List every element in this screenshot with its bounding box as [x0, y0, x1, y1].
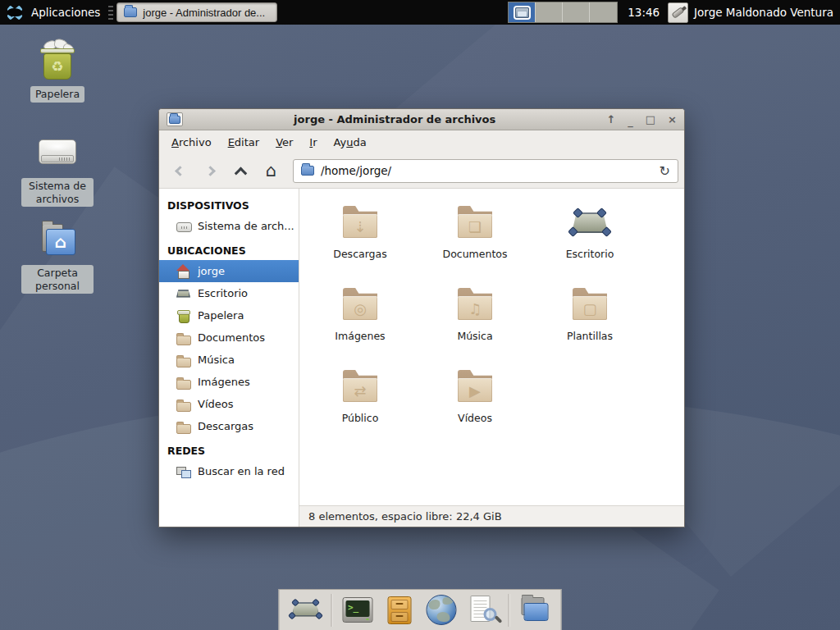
chevron-right-icon: [205, 166, 216, 176]
username-label[interactable]: Jorge Maldonado Ventura: [694, 6, 833, 19]
desktop-icon-label: Papelera: [30, 86, 84, 103]
path-bar[interactable]: /home/jorge/ ↻: [293, 159, 678, 183]
up-button[interactable]: [226, 158, 256, 184]
applications-menu-button[interactable]: Aplicaciones: [0, 0, 108, 25]
forward-button[interactable]: [195, 158, 226, 184]
file-item-descargas[interactable]: ⇣ Descargas: [303, 199, 418, 281]
folder-icon: [176, 376, 190, 389]
dock-separator: [331, 594, 332, 627]
shade-button[interactable]: ↑: [606, 114, 615, 125]
file-manager-launcher[interactable]: [518, 594, 551, 627]
workspace-3[interactable]: [563, 2, 590, 22]
dock: >_: [279, 589, 562, 630]
sidebar-item-jorge[interactable]: jorge: [159, 260, 299, 282]
dock-separator: [509, 594, 509, 627]
terminal-launcher[interactable]: >_: [341, 594, 374, 627]
desktop-icon-label: Carpeta personal: [21, 265, 94, 294]
sidebar-header-network: REDES: [167, 445, 299, 457]
folder-icon: [301, 166, 314, 176]
drive-icon: [38, 133, 77, 172]
xfce-logo-icon: [5, 3, 25, 21]
sidebar-item-descargas[interactable]: Descargas: [159, 415, 299, 437]
file-item-imagenes[interactable]: ◎ Imágenes: [303, 281, 418, 363]
window-title: jorge - Administrador de archivos: [189, 113, 600, 126]
path-text[interactable]: /home/jorge/: [321, 164, 653, 177]
workspace-2[interactable]: [536, 2, 563, 22]
file-item-publico[interactable]: ⇄ Público: [303, 363, 418, 445]
file-item-videos[interactable]: ▶ Vídeos: [418, 363, 532, 445]
reload-icon[interactable]: ↻: [660, 163, 670, 179]
terminal-icon: >_: [342, 597, 372, 623]
desktop-icon-home[interactable]: ⌂ Carpeta personal: [20, 220, 95, 294]
menubar: Archivo Editar Ver Ir Ayuda: [159, 130, 684, 153]
desktop-icon-trash[interactable]: ♻ Papelera: [20, 39, 95, 103]
trash-icon: [176, 309, 190, 322]
search-files-launcher[interactable]: [467, 594, 500, 627]
desktop: Aplicaciones jorge - Administrador de...…: [0, 0, 840, 630]
close-button[interactable]: ×: [668, 114, 677, 125]
show-desktop-icon: [290, 598, 322, 623]
window-body: DISPOSITIVOS Sistema de arch... UBICACIO…: [159, 189, 684, 527]
workspace-switcher: [508, 2, 618, 23]
menu-editar[interactable]: Editar: [220, 132, 268, 153]
house-glyph: ⌂: [55, 232, 66, 252]
maximize-button[interactable]: □: [646, 114, 655, 125]
sidebar-item-imagenes[interactable]: Imágenes: [159, 371, 299, 393]
file-item-plantillas[interactable]: ▢ Plantillas: [532, 281, 647, 363]
sidebar-item-videos[interactable]: Vídeos: [159, 393, 299, 415]
folder-icon: [176, 331, 190, 345]
trash-icon: ♻: [38, 39, 77, 80]
taskbar-window-label: jorge - Administrador de...: [143, 7, 265, 19]
menu-ayuda[interactable]: Ayuda: [326, 132, 375, 153]
back-button[interactable]: [165, 158, 195, 184]
file-item-escritorio[interactable]: Escritorio: [532, 199, 647, 281]
file-manager-window: jorge - Administrador de archivos ↑ _ □ …: [158, 108, 685, 527]
desktop-icon-filesystem[interactable]: Sistema de archivos: [20, 133, 95, 207]
file-cabinet-icon: [387, 596, 411, 624]
workspace-4[interactable]: [590, 2, 617, 22]
sidebar-item-documentos[interactable]: Documentos: [159, 326, 299, 349]
folder-icon: [176, 420, 190, 433]
file-item-documentos[interactable]: ❏ Documentos: [418, 199, 532, 281]
file-cabinet-launcher[interactable]: [383, 594, 416, 627]
folder-videos-icon: ▶: [455, 367, 495, 406]
file-item-musica[interactable]: ♫ Música: [418, 281, 532, 363]
sidebar-item-musica[interactable]: Música: [159, 349, 299, 371]
menu-ver[interactable]: Ver: [267, 132, 301, 153]
folder-music-icon: ♫: [455, 285, 495, 324]
sidebar-item-network[interactable]: Buscar en la red: [159, 460, 299, 482]
folder-images-icon: ◎: [340, 285, 380, 324]
minimize-button[interactable]: _: [628, 116, 633, 126]
drive-icon: [176, 220, 190, 233]
sidebar-header-devices: DISPOSITIVOS: [167, 199, 299, 212]
show-desktop-button[interactable]: [290, 594, 322, 627]
desktop-icon: [570, 203, 609, 242]
workspace-1[interactable]: [509, 2, 536, 22]
home-button[interactable]: ⌂: [256, 158, 286, 184]
file-view-panel: ⇣ Descargas ❏ Documentos Escritorio ◎ Im…: [299, 189, 684, 527]
folder-window-icon: [124, 7, 137, 17]
chevron-left-icon: [175, 166, 185, 176]
sidebar: DISPOSITIVOS Sistema de arch... UBICACIO…: [159, 189, 299, 527]
clock[interactable]: 13:46: [628, 6, 660, 19]
file-view[interactable]: ⇣ Descargas ❏ Documentos Escritorio ◎ Im…: [299, 189, 684, 505]
file-manager-icon: [520, 597, 550, 623]
sidebar-item-filesystem[interactable]: Sistema de arch...: [159, 215, 299, 237]
sidebar-item-escritorio[interactable]: Escritorio: [159, 282, 299, 304]
web-browser-launcher[interactable]: [425, 594, 458, 627]
desktop-icon: [176, 287, 190, 300]
document-search-icon: [468, 596, 498, 625]
menu-archivo[interactable]: Archivo: [163, 132, 220, 153]
chevron-up-icon: [235, 167, 248, 180]
home-icon: [176, 265, 190, 278]
sidebar-item-papelera[interactable]: Papelera: [159, 304, 299, 326]
menu-ir[interactable]: Ir: [301, 132, 325, 153]
sidebar-header-places: UBICACIONES: [167, 244, 299, 257]
taskbar-window-button[interactable]: jorge - Administrador de...: [116, 2, 277, 22]
folder-documents-icon: ❏: [455, 203, 495, 242]
titlebar[interactable]: jorge - Administrador de archivos ↑ _ □ …: [159, 109, 684, 130]
tasklist-grip[interactable]: [108, 5, 113, 20]
network-icon: [176, 465, 190, 478]
user-action-button[interactable]: [668, 2, 688, 23]
home-folder-icon: ⌂: [38, 220, 77, 259]
